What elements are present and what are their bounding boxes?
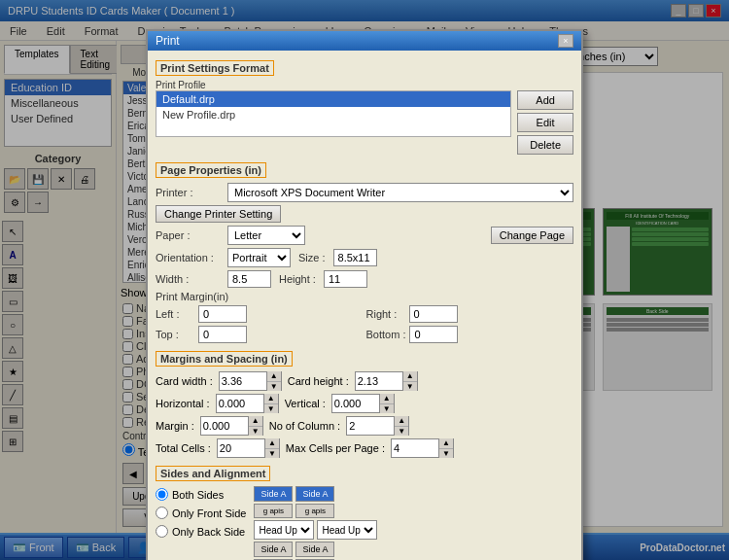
- margin-up[interactable]: ▲: [249, 416, 262, 427]
- width-input[interactable]: [227, 270, 271, 288]
- spacing-row-3: Total Cells : ▲ ▼ Max Cells per Page :: [156, 438, 573, 458]
- side-cards-area: Side A Side A g apis g apis Head Up Head…: [254, 486, 377, 533]
- horizontal-down[interactable]: ▼: [264, 404, 278, 414]
- top-margin-input[interactable]: [198, 326, 247, 343]
- side-radios: Both Sides Only Front Side Only Back Sid…: [156, 486, 246, 533]
- both-sides-radio[interactable]: [156, 488, 168, 501]
- card-width-spinner[interactable]: ▲ ▼: [219, 371, 282, 391]
- card-height-spinner[interactable]: ▲ ▼: [355, 371, 418, 391]
- left-margin-input[interactable]: [198, 305, 247, 323]
- horizontal-up[interactable]: ▲: [264, 394, 278, 404]
- vertical-input[interactable]: [332, 395, 379, 412]
- total-cells-input[interactable]: [218, 439, 264, 457]
- margin-field-input[interactable]: [201, 417, 248, 435]
- printer-label: Printer :: [156, 187, 224, 198]
- edit-profile-button[interactable]: Edit: [517, 113, 573, 132]
- total-cells-down[interactable]: ▼: [265, 449, 279, 459]
- card-height-input[interactable]: [356, 372, 402, 390]
- max-cells-down[interactable]: ▼: [439, 449, 453, 459]
- margins-spacing-section: Margins and Spacing (in) Card width : ▲ …: [156, 347, 573, 458]
- bottom-margin-label: Bottom :: [366, 329, 406, 340]
- profile-item-new[interactable]: New Profile.drp: [156, 107, 510, 122]
- head-up-select-2[interactable]: Head Up: [317, 520, 377, 533]
- card-width-down[interactable]: ▼: [267, 382, 281, 392]
- g-apis-1[interactable]: g apis: [254, 504, 293, 518]
- side-a-card-1[interactable]: Side A: [254, 486, 293, 502]
- delete-profile-button[interactable]: Delete: [517, 135, 573, 155]
- orientation-label: Orientation :: [156, 252, 224, 263]
- paper-select[interactable]: Letter: [227, 226, 305, 245]
- front-only-radio[interactable]: [156, 507, 168, 519]
- size-input[interactable]: [333, 249, 377, 266]
- front-only-radio-row: Only Front Side: [156, 507, 246, 519]
- margin-spinner[interactable]: ▲ ▼: [200, 416, 263, 436]
- g-apis-2[interactable]: g apis: [295, 504, 334, 518]
- print-settings-section: Print Settings Format Print Profile Defa…: [156, 56, 573, 155]
- max-cells-label: Max Cells per Page :: [286, 442, 385, 454]
- horizontal-input[interactable]: [217, 395, 263, 412]
- column-up[interactable]: ▲: [395, 416, 408, 427]
- both-sides-radio-row: Both Sides: [156, 488, 246, 501]
- back-only-radio[interactable]: [156, 525, 168, 533]
- dialog-overlay: Print × Print Settings Format Print Prof…: [0, 41, 729, 533]
- card-width-label: Card width :: [156, 375, 213, 387]
- card-height-label: Card height :: [288, 375, 349, 387]
- change-printer-button[interactable]: Change Printer Setting: [156, 205, 281, 223]
- width-label: Width :: [156, 273, 224, 285]
- max-cells-up[interactable]: ▲: [439, 438, 453, 449]
- margin-top-row: Top :: [156, 326, 364, 343]
- sides-alignment-title: Sides and Alignment: [156, 466, 270, 481]
- dialog-close-button[interactable]: ×: [558, 41, 573, 48]
- height-label: Height :: [279, 273, 316, 285]
- max-cells-input[interactable]: [392, 439, 438, 457]
- head-up-select-1[interactable]: Head Up: [254, 520, 314, 533]
- total-cells-up[interactable]: ▲: [265, 438, 279, 449]
- head-up-row: Head Up Head Up: [254, 520, 377, 533]
- right-margin-input[interactable]: [409, 305, 458, 323]
- margin-down[interactable]: ▼: [249, 427, 262, 437]
- dialog-body: Print Settings Format Print Profile Defa…: [148, 51, 581, 533]
- top-margin-label: Top :: [156, 329, 194, 340]
- orientation-select[interactable]: Portrait: [227, 248, 291, 267]
- margin-header: Print Margin(in): [156, 291, 573, 302]
- vertical-down[interactable]: ▼: [380, 404, 394, 414]
- bottom-margin-input[interactable]: [409, 326, 458, 343]
- print-dialog: Print × Print Settings Format Print Prof…: [146, 41, 583, 533]
- total-cells-spinner[interactable]: ▲ ▼: [217, 438, 280, 458]
- side-a-card-2[interactable]: Side A: [295, 486, 334, 502]
- printer-select[interactable]: Microsoft XPS Document Writer: [227, 183, 573, 202]
- dialog-title-bar: Print ×: [148, 41, 581, 51]
- back-only-radio-row: Only Back Side: [156, 525, 246, 533]
- margins-spacing-title: Margins and Spacing (in): [156, 351, 293, 367]
- sides-content: Both Sides Only Front Side Only Back Sid…: [156, 486, 573, 533]
- card-width-up[interactable]: ▲: [267, 371, 281, 382]
- profile-action-buttons: Add Edit Delete: [517, 90, 573, 155]
- vertical-spinner[interactable]: ▲ ▼: [331, 394, 395, 413]
- print-settings-title: Print Settings Format: [156, 60, 274, 76]
- total-cells-label: Total Cells :: [156, 442, 211, 454]
- margin-left-row: Left :: [156, 305, 364, 323]
- margin-bottom-row: Bottom :: [366, 326, 574, 343]
- column-spinner[interactable]: ▲ ▼: [346, 416, 409, 436]
- no-of-column-label: No of Column :: [269, 420, 340, 432]
- card-height-down[interactable]: ▼: [403, 382, 417, 392]
- height-input[interactable]: [324, 270, 367, 288]
- change-page-button[interactable]: Change Page: [491, 227, 573, 244]
- vertical-up[interactable]: ▲: [380, 394, 394, 404]
- add-profile-button[interactable]: Add: [517, 90, 573, 110]
- page-properties-section: Page Properties (in) Printer : Microsoft…: [156, 158, 573, 343]
- profile-list[interactable]: Default.drp New Profile.drp: [156, 90, 511, 137]
- side-cards-top: Side A Side A: [254, 486, 377, 502]
- printer-row: Printer : Microsoft XPS Document Writer: [156, 183, 573, 202]
- right-margin-label: Right :: [366, 308, 405, 320]
- card-height-up[interactable]: ▲: [403, 371, 417, 382]
- max-cells-spinner[interactable]: ▲ ▼: [391, 438, 454, 458]
- profile-item-default[interactable]: Default.drp: [156, 91, 510, 107]
- horizontal-spinner[interactable]: ▲ ▼: [216, 394, 279, 413]
- column-input[interactable]: [347, 417, 394, 435]
- margin-grid: Left : Right : Top :: [156, 305, 573, 343]
- margin-field-label: Margin :: [156, 420, 194, 432]
- card-width-input[interactable]: [220, 372, 266, 390]
- paper-row: Paper : Letter Change Page: [156, 226, 573, 245]
- column-down[interactable]: ▼: [395, 427, 408, 437]
